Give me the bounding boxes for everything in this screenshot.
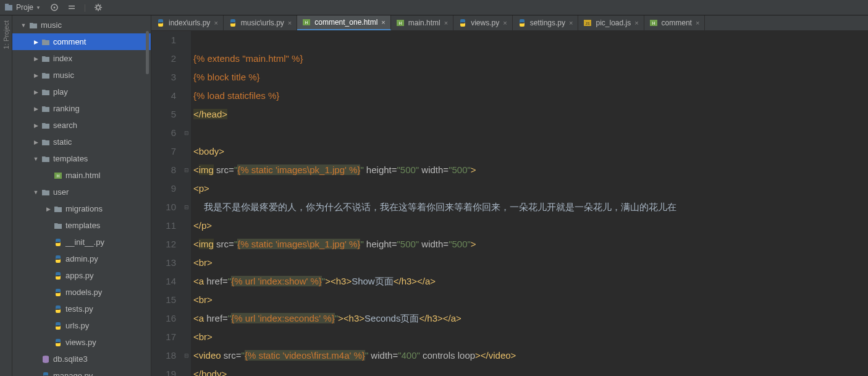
- expand-arrow-icon: ▶: [32, 39, 40, 45]
- tree-item-label: tests.py: [65, 304, 93, 314]
- scrollbar-handle[interactable]: [146, 31, 149, 74]
- py-icon: [53, 304, 63, 314]
- gear-icon[interactable]: [93, 2, 103, 12]
- svg-point-6: [96, 6, 100, 9]
- tree-item-label: comment: [53, 37, 86, 46]
- tab-views-py[interactable]: views.py×: [453, 15, 512, 30]
- project-dropdown[interactable]: Proje ▼: [0, 2, 44, 12]
- line-number: 1: [151, 31, 176, 49]
- tree-item-templates[interactable]: templates: [12, 217, 151, 234]
- line-number: 15: [151, 291, 176, 309]
- tree-item-models-py[interactable]: models.py: [12, 284, 151, 301]
- tab-music-urls-py[interactable]: music\urls.py×: [224, 15, 297, 30]
- expand-arrow-icon: ▶: [32, 56, 40, 62]
- py-icon: [458, 19, 467, 27]
- tree-item-search[interactable]: ▶search: [12, 117, 151, 134]
- tree-item-label: templates: [53, 154, 88, 163]
- tree-item-music[interactable]: ▶music: [12, 67, 151, 83]
- fold-marker[interactable]: ⊟: [182, 346, 191, 365]
- line-number: 17: [151, 328, 176, 346]
- html-icon: H: [396, 19, 405, 27]
- py-icon: [229, 19, 237, 27]
- tree-item-admin-py[interactable]: admin.py: [12, 250, 151, 267]
- project-label: Proje: [16, 3, 33, 12]
- tree-item-label: admin.py: [65, 254, 98, 263]
- py-icon: [53, 254, 63, 264]
- html-icon: H: [649, 19, 658, 27]
- tab-pic-load-js[interactable]: JSpic_load.js×: [578, 15, 644, 30]
- editor-tabs: index\urls.py×music\urls.py×Hcomment_one…: [151, 15, 868, 31]
- js-icon: JS: [583, 19, 592, 27]
- close-icon[interactable]: ×: [503, 19, 507, 27]
- close-icon[interactable]: ×: [634, 19, 638, 27]
- folder-icon: [41, 37, 51, 47]
- tree-item-label: play: [53, 87, 68, 96]
- code-editor[interactable]: 12345678910111213141516171819 ⊟ ⊟ ⊟ ⊟ {%…: [151, 31, 868, 376]
- svg-rect-1: [5, 4, 9, 6]
- fold-marker[interactable]: ⊟: [182, 161, 191, 179]
- tab-index-urls-py[interactable]: index\urls.py×: [151, 15, 224, 30]
- tab-label: settings.py: [530, 19, 565, 27]
- close-icon[interactable]: ×: [569, 19, 573, 27]
- folder-icon: [53, 204, 63, 214]
- expand-arrow-icon: ▶: [32, 122, 40, 129]
- folder-icon: [28, 20, 38, 30]
- project-icon: [4, 2, 14, 12]
- folder-icon: [41, 137, 51, 147]
- svg-point-3: [53, 7, 55, 9]
- target-icon[interactable]: [49, 2, 59, 12]
- folder-icon: [53, 221, 63, 231]
- line-number: 6: [151, 124, 176, 142]
- svg-text:H: H: [398, 21, 402, 25]
- tree-item-views-py[interactable]: views.py: [12, 334, 151, 351]
- tab-settings-py[interactable]: settings.py×: [513, 15, 579, 30]
- close-icon[interactable]: ×: [288, 19, 292, 27]
- expand-arrow-icon: ▶: [32, 89, 40, 95]
- svg-text:H: H: [652, 21, 655, 25]
- tree-item-manage-py[interactable]: manage.py: [12, 367, 151, 376]
- tree-item-label: music: [53, 70, 74, 80]
- folder-icon: [41, 121, 51, 130]
- tab-comment-one-html[interactable]: Hcomment_one.html×: [297, 15, 390, 30]
- tree-item-label: manage.py: [53, 371, 93, 376]
- close-icon[interactable]: ×: [444, 19, 448, 27]
- tab-main-html[interactable]: Hmain.html×: [391, 15, 453, 30]
- tab-label: views.py: [471, 19, 499, 27]
- tree-item-label: apps.py: [65, 271, 94, 280]
- tree-item-migrations[interactable]: ▶migrations: [12, 200, 151, 217]
- tree-item-static[interactable]: ▶static: [12, 134, 151, 150]
- close-icon[interactable]: ×: [696, 19, 699, 27]
- py-icon: [53, 237, 63, 247]
- fold-marker[interactable]: ⊟: [182, 124, 191, 142]
- tree-item-music[interactable]: ▼music: [12, 17, 151, 33]
- html-icon: H: [53, 171, 63, 181]
- tree-item-templates[interactable]: ▼templates: [12, 150, 151, 167]
- tree-item---init---py[interactable]: __init__.py: [12, 234, 151, 250]
- tree-item-play[interactable]: ▶play: [12, 83, 151, 100]
- line-number: 13: [151, 254, 176, 272]
- tree-item-user[interactable]: ▼user: [12, 184, 151, 200]
- tree-item-label: __init__.py: [65, 237, 104, 247]
- tree-item-label: search: [53, 121, 77, 130]
- expand-arrow-icon: ▼: [32, 156, 40, 162]
- tree-item-urls-py[interactable]: urls.py: [12, 317, 151, 334]
- py-icon: [53, 338, 63, 348]
- sidebar-vertical-label[interactable]: 1: Project: [0, 15, 12, 376]
- tree-item-main-html[interactable]: Hmain.html: [12, 167, 151, 184]
- line-number: 2: [151, 49, 176, 68]
- tree-item-index[interactable]: ▶index: [12, 50, 151, 67]
- tree-item-db-sqlite3[interactable]: db.sqlite3: [12, 351, 151, 367]
- close-icon[interactable]: ×: [214, 19, 217, 27]
- close-icon[interactable]: ×: [381, 19, 385, 26]
- tree-item-apps-py[interactable]: apps.py: [12, 267, 151, 284]
- collapse-icon[interactable]: [67, 2, 77, 12]
- code-area[interactable]: {% extends "main.html" %}{% block title …: [191, 31, 868, 376]
- tab-comment[interactable]: Hcomment×: [644, 15, 706, 30]
- tab-label: comment: [662, 19, 692, 27]
- tree-item-comment[interactable]: ▶comment: [12, 33, 151, 50]
- tree-item-tests-py[interactable]: tests.py: [12, 301, 151, 317]
- line-number: 5: [151, 105, 176, 124]
- svg-rect-4: [69, 6, 75, 7]
- fold-marker[interactable]: ⊟: [182, 198, 191, 216]
- tree-item-ranking[interactable]: ▶ranking: [12, 100, 151, 117]
